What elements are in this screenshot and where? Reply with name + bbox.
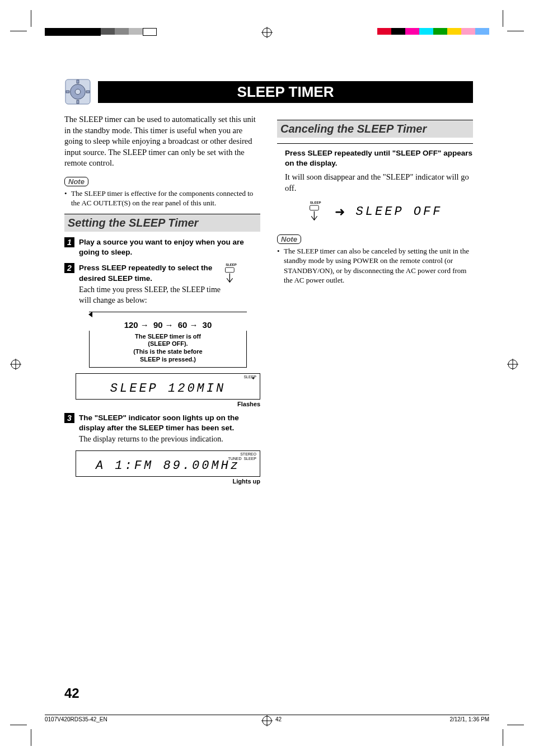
crop-mark-icon bbox=[31, 729, 31, 746]
printer-grayscale-bar bbox=[45, 28, 157, 36]
cancel-note: • The SLEEP timer can also be canceled b… bbox=[277, 246, 473, 285]
printer-color-bar bbox=[377, 28, 489, 35]
sleep-remote-button-icon: SLEEP bbox=[223, 263, 239, 285]
lcd-caption-flashes: Flashes bbox=[76, 401, 260, 407]
cancel-heading: Canceling the SLEEP Timer bbox=[277, 120, 473, 138]
footer-filename: 0107V420RDS35-42_EN bbox=[45, 716, 107, 722]
step-1: 1 Play a source you want to enjoy when y… bbox=[64, 237, 260, 257]
cycle-off-note: The SLEEP timer is off (SLEEP OFF). (Thi… bbox=[89, 331, 247, 368]
footer: 0107V420RDS35-42_EN 42 2/12/1, 1:36 PM bbox=[45, 715, 489, 722]
crop-mark-icon bbox=[507, 31, 524, 31]
svg-rect-20 bbox=[310, 205, 318, 210]
svg-rect-16 bbox=[77, 100, 79, 104]
step-number: 1 bbox=[64, 237, 74, 247]
svg-rect-17 bbox=[66, 91, 69, 93]
step-3: 3 The "SLEEP" indicator soon lights up o… bbox=[64, 413, 260, 445]
step-3-follow: The display returns to the previous indi… bbox=[79, 434, 260, 445]
manual-page: SLEEP TIMER The SLEEP timer can be used … bbox=[0, 0, 534, 756]
cancel-follow: It will soon disappear and the "SLEEP" i… bbox=[285, 172, 473, 194]
sleep-off-illustration: SLEEP ➜ SLEEP OFF bbox=[277, 201, 473, 223]
sleep-remote-button-icon: SLEEP bbox=[308, 201, 324, 223]
step-2-follow: Each time you press SLEEP, the SLEEP tim… bbox=[79, 285, 227, 306]
note-label: Note bbox=[64, 177, 88, 186]
crop-mark-icon bbox=[10, 31, 27, 31]
svg-rect-18 bbox=[86, 91, 90, 93]
crop-mark-icon bbox=[503, 10, 503, 27]
svg-rect-15 bbox=[77, 80, 79, 83]
registration-mark-top-icon bbox=[261, 27, 273, 41]
cycle-top-rule bbox=[89, 312, 247, 317]
right-column: Canceling the SLEEP Timer Press SLEEP re… bbox=[277, 114, 473, 490]
gear-icon bbox=[64, 78, 91, 105]
step-2-lead: Press SLEEP repeatedly to select the des… bbox=[79, 263, 227, 283]
lcd-display-sleep: ✦ SLEEP SLEEP 120MIN bbox=[76, 373, 260, 400]
lcd-badges: STEREO TUNED SLEEP bbox=[228, 452, 256, 461]
intro-text: The SLEEP timer can be used to automatic… bbox=[64, 114, 260, 169]
divider bbox=[277, 143, 473, 144]
crop-mark-icon bbox=[10, 725, 27, 725]
lcd-caption-lightsup: Lights up bbox=[76, 478, 260, 485]
left-column: The SLEEP timer can be used to automatic… bbox=[64, 114, 260, 490]
registration-mark-right-icon bbox=[507, 358, 524, 375]
footer-page: 42 bbox=[275, 716, 282, 722]
note-1: • The SLEEP timer is effective for the c… bbox=[64, 189, 260, 208]
step-1-text: Play a source you want to enjoy when you… bbox=[79, 237, 260, 257]
footer-timestamp: 2/12/1, 1:36 PM bbox=[449, 716, 489, 722]
step-number: 2 bbox=[64, 263, 74, 273]
lcd-display-tuner: STEREO TUNED SLEEP A 1:FM 89.00MHz bbox=[76, 450, 260, 477]
cancel-instruction: Press SLEEP repeatedly until "SLEEP OFF"… bbox=[285, 148, 473, 168]
note-label: Note bbox=[277, 234, 301, 244]
registration-mark-left-icon bbox=[10, 358, 27, 375]
sleep-cycle-values: 120→ 90→ 60→ 30 bbox=[89, 320, 247, 330]
page-title: SLEEP TIMER bbox=[98, 81, 473, 103]
step-2: 2 Press SLEEP repeatedly to select the d… bbox=[64, 263, 260, 306]
svg-rect-19 bbox=[226, 267, 235, 273]
crop-mark-icon bbox=[503, 729, 503, 746]
lcd-text: SLEEP 120MIN bbox=[110, 382, 226, 396]
arrow-right-icon: ➜ bbox=[335, 205, 345, 219]
svg-point-14 bbox=[75, 89, 81, 95]
crop-mark-icon bbox=[31, 10, 31, 27]
step-number: 3 bbox=[64, 413, 74, 423]
segment-sleep-off: SLEEP OFF bbox=[356, 205, 443, 219]
page-content: SLEEP TIMER The SLEEP timer can be used … bbox=[64, 78, 473, 490]
step-3-lead: The "SLEEP" indicator soon lights up on … bbox=[79, 413, 260, 433]
setting-heading: Setting the SLEEP Timer bbox=[64, 214, 260, 232]
page-number: 42 bbox=[64, 685, 79, 701]
lcd-text: A 1:FM 89.00MHz bbox=[96, 459, 240, 473]
crop-mark-icon bbox=[507, 725, 524, 725]
